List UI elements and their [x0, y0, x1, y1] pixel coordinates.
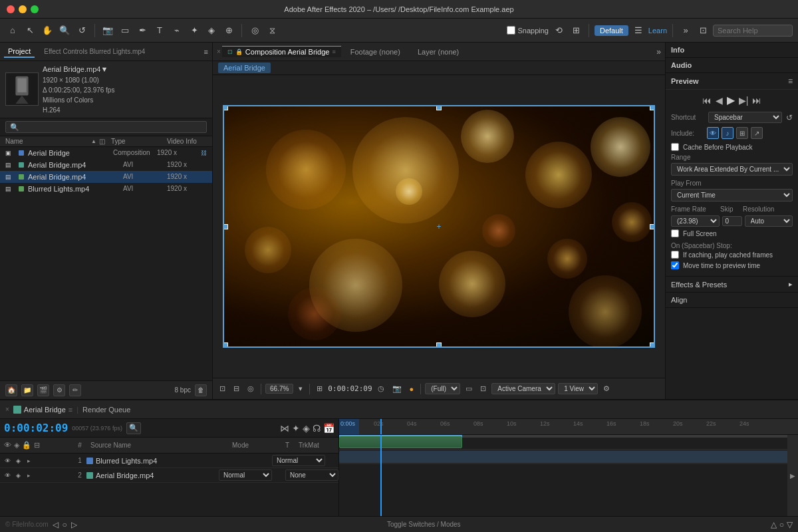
file-item-aerial-bridge-comp[interactable]: ▣ Aerial Bridge Composition 1920 x ⛓: [0, 147, 212, 159]
comp-button-1[interactable]: ⊞: [314, 383, 325, 394]
preview-last-frame[interactable]: ⏭: [752, 95, 761, 106]
workspace-icon[interactable]: ⊡: [696, 23, 710, 38]
audio-section-header[interactable]: Audio: [666, 58, 798, 72]
timeline-tab-menu[interactable]: ≡: [68, 406, 72, 414]
play-from-select[interactable]: Current Time: [671, 189, 793, 201]
resolution-select[interactable]: Auto: [745, 215, 793, 227]
zoom-display[interactable]: 66.7%: [265, 384, 293, 394]
viewer-settings-btn[interactable]: ⚙: [600, 383, 612, 394]
layer-1-visibility[interactable]: 👁: [3, 456, 12, 466]
file-item-aerial-bridge-mp4-1[interactable]: ▤ Aerial Bridge.mp4 AVI 1920 x: [0, 159, 212, 171]
clip-aerial-bridge[interactable]: [339, 451, 798, 463]
workspace-button[interactable]: Default: [595, 25, 628, 36]
footer-nav-up[interactable]: △: [771, 520, 777, 529]
project-tab[interactable]: Project: [4, 46, 35, 58]
snapshot-btn[interactable]: 📷: [390, 383, 404, 394]
move-time-checkbox[interactable]: [671, 261, 679, 269]
preview-menu-btn[interactable]: ≡: [788, 76, 793, 86]
camera-select[interactable]: Active Camera: [491, 383, 555, 394]
layer-2-expand[interactable]: ▸: [24, 471, 33, 480]
delete-btn[interactable]: 🗑: [195, 384, 207, 396]
footer-nav-circle-2[interactable]: ○: [779, 520, 784, 529]
layer-2-mode-select[interactable]: Normal: [219, 469, 272, 481]
comp-time-display[interactable]: 0:00:02:09: [328, 384, 372, 393]
footage-tab[interactable]: Footage (none): [342, 45, 408, 59]
cache-frames-checkbox[interactable]: [671, 251, 679, 259]
preview-first-frame[interactable]: ⏮: [702, 95, 712, 106]
footer-nav-circle[interactable]: ○: [63, 520, 67, 529]
layer-2-trkmat-select[interactable]: None: [285, 469, 338, 481]
pen-footer-btn[interactable]: ✏: [69, 384, 81, 396]
fullscreen-checkbox[interactable]: [671, 229, 679, 237]
handle-left-center[interactable]: [223, 224, 228, 229]
timeline-search-btn[interactable]: 🔍: [126, 422, 141, 434]
effects-presets-section[interactable]: Effects & Presets ▸: [666, 277, 798, 293]
file-item-blurred-lights[interactable]: ▤ Blurred Lights.mp4 AVI 1920 x: [0, 183, 212, 195]
type-tool[interactable]: T: [152, 23, 167, 38]
project-search-input[interactable]: [5, 121, 207, 133]
frame-rate-select[interactable]: (23.98): [671, 215, 720, 227]
timeline-ruler[interactable]: 0:00s 02s 04s 06s 08s 10s 12s 14s 16s 18…: [339, 419, 798, 435]
handle-top-right[interactable]: [650, 105, 655, 110]
region-interest-btn[interactable]: ⊡: [477, 383, 489, 394]
handle-bottom-left[interactable]: [223, 342, 228, 348]
search-input[interactable]: [713, 25, 793, 37]
viewer-mask-btn[interactable]: ◎: [245, 383, 257, 394]
maximize-button[interactable]: [31, 5, 39, 13]
pin-tool[interactable]: ⧖: [265, 23, 279, 38]
file-item-aerial-bridge-mp4-2[interactable]: ▤ Aerial Bridge.mp4 AVI 1920 x: [0, 171, 212, 183]
include-export-icon[interactable]: ↗: [751, 127, 763, 139]
effect-controls-tab[interactable]: Effect Controls Blurred Lights.mp4: [40, 47, 149, 57]
new-item-btn[interactable]: 🏠: [5, 384, 17, 396]
home-tool[interactable]: ⌂: [5, 23, 20, 38]
handle-bottom-right[interactable]: [650, 342, 655, 348]
tl-graph-editor[interactable]: ◈: [303, 423, 310, 434]
eraser-tool[interactable]: ◈: [204, 23, 219, 38]
timeline-tracks[interactable]: ▶: [339, 435, 798, 516]
layer-1-expand[interactable]: ▸: [24, 456, 33, 466]
layer-tab[interactable]: Layer (none): [410, 45, 467, 59]
composition-viewer[interactable]: +: [213, 75, 665, 378]
cache-playback-checkbox[interactable]: [671, 143, 679, 151]
new-folder-btn[interactable]: 📁: [21, 384, 33, 396]
layer-row-1[interactable]: 👁 ◈ ▸ 1 Blurred Lights.mp4 Normal: [0, 454, 338, 468]
snap-toggle[interactable]: ⊞: [569, 23, 583, 38]
footage-btn[interactable]: 🎬: [37, 384, 49, 396]
roto-tool[interactable]: ⊕: [221, 23, 236, 38]
footer-center-label[interactable]: Toggle Switches / Modes: [81, 521, 767, 528]
timeline-current-time[interactable]: 0:00:02:09: [4, 422, 68, 434]
tl-calendar[interactable]: 📅: [323, 423, 334, 434]
footer-nav-down[interactable]: ▽: [787, 520, 793, 529]
rotation-tool[interactable]: ↺: [74, 23, 89, 38]
include-audio-icon[interactable]: ♪: [722, 127, 733, 139]
composition-tab-active[interactable]: ⊡ 🔒 Composition Aerial Bridge ≡: [222, 46, 341, 57]
clip-blurred-lights[interactable]: [339, 436, 462, 448]
hand-tool[interactable]: ✋: [40, 23, 55, 38]
render-queue-tab[interactable]: Render Queue: [82, 406, 130, 414]
puppet-tool[interactable]: ◎: [247, 23, 262, 38]
tl-keyframe-navigator[interactable]: ⋈: [280, 423, 289, 434]
brush-tool[interactable]: ⌁: [170, 23, 184, 38]
snapping-checkbox[interactable]: [507, 26, 515, 35]
snap-options[interactable]: ⟲: [551, 23, 566, 38]
range-select[interactable]: Work Area Extended By Current ...: [671, 163, 793, 176]
timeline-comp-tab[interactable]: Aerial Bridge ≡: [13, 406, 72, 414]
col-video-header[interactable]: Video Info: [167, 138, 207, 145]
zoom-dropdown[interactable]: ▾: [296, 383, 305, 394]
handle-right-center[interactable]: [650, 224, 655, 229]
footer-nav-next[interactable]: ▷: [71, 520, 77, 529]
layer-1-mode-select[interactable]: Normal: [272, 455, 325, 466]
minimize-button[interactable]: [19, 5, 27, 13]
window-controls[interactable]: [7, 5, 39, 13]
handle-top-center[interactable]: [436, 105, 442, 110]
layer-row-2[interactable]: 👁 ◈ ▸ 2 Aerial Bridge.mp4 Normal None: [0, 468, 338, 483]
workspace-menu[interactable]: ☰: [631, 23, 646, 38]
composition-btn[interactable]: ⚙: [53, 384, 65, 396]
handle-bottom-center[interactable]: [436, 342, 442, 348]
shortcut-select[interactable]: Spacebar: [708, 112, 782, 123]
transparency-btn[interactable]: ▭: [463, 383, 475, 394]
preview-next-frame[interactable]: ▶|: [739, 95, 749, 106]
skip-input[interactable]: [722, 216, 742, 226]
panel-menu-icon[interactable]: ≡: [204, 48, 208, 56]
track-1[interactable]: [339, 435, 798, 450]
